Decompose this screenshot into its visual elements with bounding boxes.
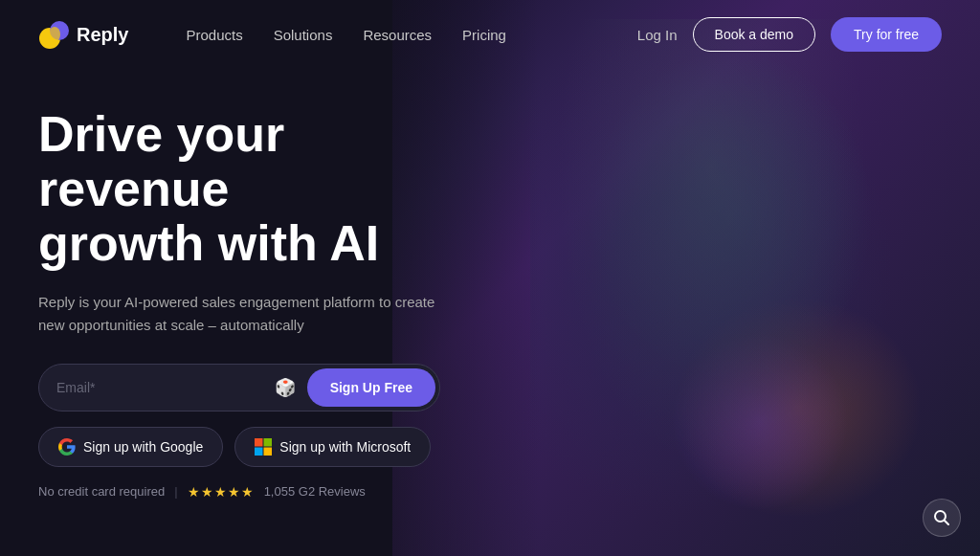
emoji-icon: 🎲 — [267, 377, 303, 398]
hero-content: Drive your revenue growth with AI Reply … — [0, 69, 507, 500]
logo-area[interactable]: Reply — [38, 19, 128, 50]
book-demo-button[interactable]: Book a demo — [693, 17, 816, 52]
search-icon — [932, 508, 951, 527]
svg-rect-5 — [255, 447, 263, 456]
email-input[interactable] — [45, 368, 267, 407]
no-credit-card-text: No credit card required — [38, 484, 165, 499]
stars: ★★★★★ — [188, 484, 255, 500]
nav-links: Products Solutions Resources Pricing — [186, 27, 636, 43]
login-link[interactable]: Log In — [637, 27, 678, 43]
nav-pricing[interactable]: Pricing — [462, 27, 506, 43]
zoom-icon[interactable] — [923, 499, 961, 537]
svg-rect-4 — [264, 438, 273, 447]
email-row: 🎲 Sign Up Free — [38, 364, 440, 411]
brand-name: Reply — [77, 24, 128, 46]
nav-right: Log In Book a demo Try for free — [637, 17, 942, 52]
trust-divider: | — [174, 484, 177, 499]
microsoft-signup-button[interactable]: Sign up with Microsoft — [234, 427, 431, 467]
try-free-button[interactable]: Try for free — [831, 17, 942, 52]
google-icon — [58, 438, 76, 456]
page-wrapper: Reply Products Solutions Resources Prici… — [0, 0, 980, 556]
google-signup-button[interactable]: Sign up with Google — [38, 427, 223, 467]
logo-icon — [38, 19, 69, 50]
hero-title: Drive your revenue growth with AI — [38, 107, 469, 272]
hero-subtitle: Reply is your AI-powered sales engagemen… — [38, 291, 440, 337]
trust-row: No credit card required | ★★★★★ 1,055 G2… — [38, 484, 469, 500]
nav-products[interactable]: Products — [186, 27, 242, 43]
svg-rect-3 — [255, 438, 263, 447]
microsoft-icon — [255, 438, 272, 456]
svg-rect-6 — [264, 447, 273, 456]
nav-solutions[interactable]: Solutions — [274, 27, 333, 43]
navbar: Reply Products Solutions Resources Prici… — [0, 0, 980, 69]
reviews-count: 1,055 G2 Reviews — [264, 484, 366, 499]
svg-point-2 — [49, 27, 60, 42]
social-row: Sign up with Google Sign up with Microso… — [38, 427, 469, 467]
signup-free-button[interactable]: Sign Up Free — [307, 368, 435, 407]
nav-resources[interactable]: Resources — [363, 27, 432, 43]
